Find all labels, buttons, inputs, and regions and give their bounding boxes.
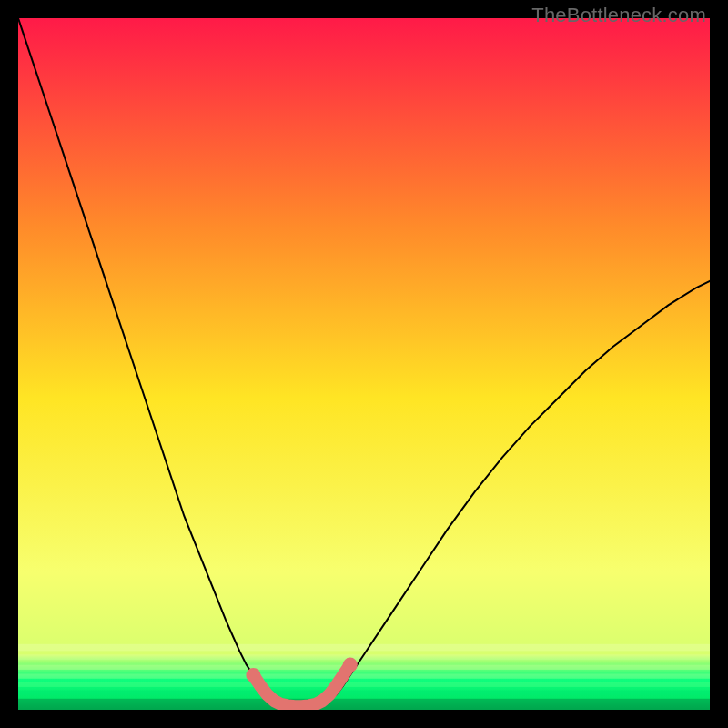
gradient-band — [18, 699, 710, 710]
highlight-end-dot — [246, 668, 260, 682]
watermark-text: TheBottleneck.com — [531, 4, 706, 27]
chart-frame: TheBottleneck.com — [0, 0, 728, 728]
plot-area — [18, 18, 710, 710]
gradient-band — [18, 665, 710, 670]
chart-svg — [18, 18, 710, 710]
gradient-band — [18, 644, 710, 652]
gradient-band — [18, 682, 710, 687]
highlight-end-dot — [343, 658, 358, 672]
gradient-band — [18, 673, 710, 678]
gradient-background — [18, 18, 710, 710]
gradient-band — [18, 691, 710, 695]
